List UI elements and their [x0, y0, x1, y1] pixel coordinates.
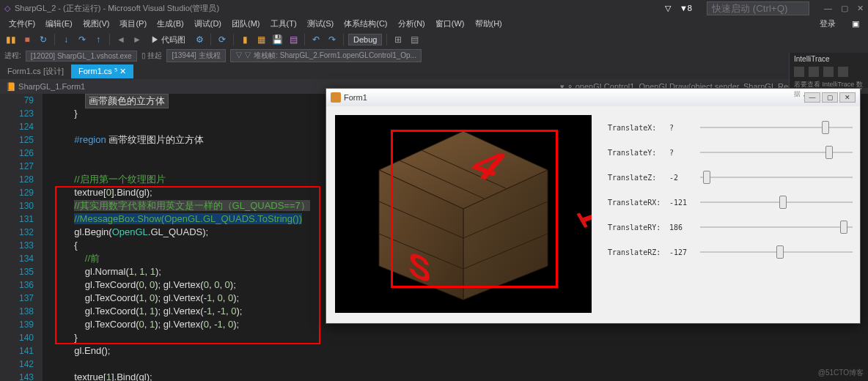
intellitrace-panel[interactable]: IntelliTrace 若要查看 IntelliTrace 数据， [789, 53, 868, 88]
nav-back-icon[interactable]: ◄ [114, 33, 128, 46]
slider-track[interactable] [700, 119, 853, 136]
slider-value: ? [669, 149, 691, 157]
window-title: SharpGL_2 - (正在运行) - Microsoft Visual St… [15, 3, 665, 14]
process-dropdown[interactable]: [12020] SharpGL_1.vshost.exe [26, 51, 137, 62]
menu-team[interactable]: 团队(M) [227, 17, 265, 31]
class-dropdown[interactable]: 📙 SharpGL_1.Form1 [6, 82, 85, 92]
control-row: TranslateRY:186 [608, 215, 853, 240]
menu-help[interactable]: 帮助(H) [471, 17, 507, 31]
tab-code[interactable]: Form1.cs ⁵ ✕ [71, 64, 133, 78]
pause-icon[interactable]: ▮▮ [4, 33, 18, 46]
menu-arch[interactable]: 体系结构(C) [339, 17, 391, 31]
intellitrace-title: IntelliTrace [790, 53, 868, 65]
save-icon[interactable]: 💾 [271, 33, 284, 46]
slider-value: 186 [669, 223, 691, 232]
selection-rect [391, 130, 558, 288]
menu-debug[interactable]: 调试(D) [190, 17, 226, 31]
svg-text:1: 1 [569, 201, 592, 231]
form-title-text: Form1 [344, 93, 367, 102]
menu-window[interactable]: 窗口(W) [431, 17, 469, 31]
step-in-icon[interactable]: ↓ [59, 33, 73, 46]
it-icon-2[interactable] [809, 67, 819, 77]
intellitrace-hint: 若要查看 IntelliTrace 数据， [790, 78, 868, 100]
control-row: TranslateY:? [608, 140, 853, 165]
maximize-icon[interactable]: ▢ [841, 4, 848, 13]
tool-icon[interactable]: ⚙ [193, 33, 206, 46]
title-bar: ◇ SharpGL_2 - (正在运行) - Microsoft Visual … [0, 0, 868, 16]
slider-value: -121 [669, 199, 691, 207]
slider-track[interactable] [700, 244, 853, 260]
saveall-icon[interactable]: ▤ [287, 33, 300, 46]
notification-icon[interactable]: ▽ [665, 4, 671, 13]
restart-icon[interactable]: ↻ [37, 33, 50, 46]
suspend-button[interactable]: ▯ 挂起 [141, 51, 163, 61]
form1-titlebar[interactable]: Form1 — ▢ ✕ [326, 89, 860, 106]
stop-icon[interactable]: ■ [21, 33, 34, 46]
controls-panel: TranslateX:?TranslateY:?TranslateZ:-2Tra… [600, 106, 860, 323]
redo-icon[interactable]: ↷ [326, 33, 339, 46]
line-gutter: 7912312412512612712812913013113213313413… [0, 94, 43, 381]
thread-dropdown[interactable]: [13944] 主线程 [166, 49, 225, 62]
menu-project[interactable]: 项目(P) [115, 17, 151, 31]
slider-label: TranslateY: [608, 149, 661, 157]
menu-test[interactable]: 测试(S) [303, 17, 339, 31]
user-icon[interactable]: ▣ [847, 18, 864, 30]
menu-build[interactable]: 生成(B) [152, 17, 188, 31]
slider-label: TranslateRX: [608, 199, 661, 207]
minimize-icon[interactable]: — [824, 4, 832, 12]
document-tabs: Form1.cs [设计] Form1.cs ⁵ ✕ [0, 63, 868, 79]
slider-value: -2 [669, 174, 691, 182]
debug-config[interactable]: Debug [348, 34, 382, 45]
open-icon[interactable]: ▦ [254, 33, 268, 46]
menu-file[interactable]: 文件(F) [4, 17, 40, 31]
slider-track[interactable] [700, 194, 853, 210]
menu-bar: 文件(F) 编辑(E) 视图(V) 项目(P) 生成(B) 调试(D) 团队(M… [0, 16, 868, 31]
it-icon-3[interactable] [823, 67, 834, 77]
stackframe-dropdown[interactable]: ▽ ▽ 堆栈帧: SharpGL_2.Form1.openGLControl1_… [230, 49, 422, 62]
login-link[interactable]: 登录 [815, 17, 840, 31]
debug-process-bar: 进程: [12020] SharpGL_1.vshost.exe ▯ 挂起 [1… [0, 48, 868, 63]
form1-window[interactable]: Form1 — ▢ ✕ [326, 88, 861, 324]
slider-label: TranslateRZ: [608, 248, 661, 256]
menu-view[interactable]: 视图(V) [78, 17, 114, 31]
new-icon[interactable]: ▮ [238, 33, 251, 46]
control-row: TranslateRZ:-127 [608, 240, 853, 265]
menu-tools[interactable]: 工具(T) [266, 17, 301, 31]
tab-designer[interactable]: Form1.cs [设计] [0, 64, 71, 79]
slider-label: TranslateX: [608, 124, 661, 132]
menu-edit[interactable]: 编辑(E) [41, 17, 77, 31]
flag-badge[interactable]: ▼8 [680, 4, 692, 12]
slider-value: -127 [669, 248, 691, 256]
main-toolbar: ▮▮ ■ ↻ ↓ ↷ ↑ ◄ ► ▶ 代码图 ⚙ ⟳ ▮ ▦ 💾 ▤ ↶ ↷ D… [0, 31, 868, 48]
refresh-icon[interactable]: ⟳ [216, 33, 229, 46]
layout-icon[interactable]: ⊞ [391, 33, 405, 46]
step-out-icon[interactable]: ↑ [92, 33, 105, 46]
control-row: TranslateRX:-121 [608, 190, 853, 215]
form-icon [331, 92, 341, 103]
nav-fwd-icon[interactable]: ► [130, 33, 144, 46]
menu-analyze[interactable]: 分析(N) [394, 17, 430, 31]
slider-label: TranslateRY: [608, 223, 661, 232]
step-over-icon[interactable]: ↷ [76, 33, 89, 46]
control-row: TranslateX:? [608, 115, 853, 140]
watermark: @51CTO博客 [818, 368, 864, 378]
it-icon-4[interactable] [838, 67, 848, 77]
vs-icon: ◇ [4, 4, 10, 13]
control-row: TranslateZ:-2 [608, 165, 853, 190]
slider-track[interactable] [700, 219, 853, 235]
window-icon[interactable]: ▤ [408, 33, 421, 46]
it-icon-1[interactable] [794, 67, 804, 77]
undo-icon[interactable]: ↶ [309, 33, 323, 46]
process-label: 进程: [4, 51, 21, 61]
slider-value: ? [669, 124, 691, 132]
quick-launch-input[interactable] [707, 1, 809, 15]
slider-track[interactable] [700, 144, 853, 160]
slider-track[interactable] [700, 169, 853, 185]
close-icon[interactable]: ✕ [857, 4, 864, 13]
slider-label: TranslateZ: [608, 174, 661, 182]
opengl-canvas[interactable]: 4 S 1 [335, 115, 592, 313]
codemap-button[interactable]: ▶ 代码图 [147, 34, 190, 45]
